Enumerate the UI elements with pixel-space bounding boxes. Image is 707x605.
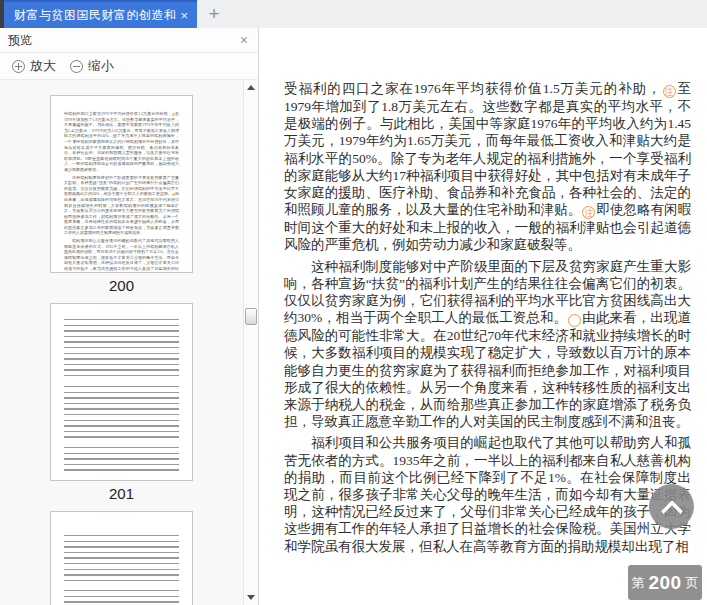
scroll-up-button[interactable] — [244, 80, 258, 95]
page-indicator-badge: 第 200 页 — [628, 565, 702, 600]
panel-close-icon[interactable]: × — [238, 33, 250, 47]
document-view: 受福利的四口之家在1976年平均获得价值1.5万美元的补助，注至1979年增加到… — [259, 28, 707, 605]
zoom-toolbar: 放大 缩小 — [0, 53, 258, 80]
page-thumbnail — [50, 511, 193, 605]
tab-title: 财富与贫困国民财富的创造和企业 — [14, 7, 177, 24]
paragraph-1: 受福利的四口之家在1976年平均获得价值1.5万美元的补助，注至1979年增加到… — [284, 80, 691, 254]
thumbnail-page-202[interactable] — [50, 511, 193, 605]
note-icon[interactable]: 注 — [568, 314, 581, 327]
arrow-down-icon — [247, 595, 255, 600]
chevron-up-icon — [660, 499, 683, 522]
zoom-in-button[interactable]: 放大 — [12, 57, 56, 75]
thumbnail-page-200[interactable]: 受福利的四口之家在1976年平均获得价值1.5万美元的补助，至1979年增加到了… — [50, 95, 193, 294]
scrollbar-thumb[interactable] — [245, 308, 257, 325]
paragraph-text: 福利项目和公共服务项目的崛起也取代了其他可以帮助穷人和孤苦无依者的方式。1935… — [284, 435, 691, 553]
preview-sidebar: 预览 × 放大 缩小 受福利的四口之家在1976年平均获得 — [0, 28, 259, 605]
page-number: 200 — [648, 572, 681, 594]
new-tab-button[interactable]: + — [197, 0, 231, 28]
zoom-out-label: 缩小 — [88, 57, 114, 75]
arrow-up-icon — [247, 85, 255, 90]
thumbnail-list: 受福利的四口之家在1976年平均获得价值1.5万美元的补助，至1979年增加到了… — [0, 80, 258, 605]
paragraph-text: 至1979年增加到了1.8万美元左右。这些数字都是真实的平均水平，不是极端的例子… — [284, 81, 691, 217]
zoom-in-icon — [12, 60, 25, 73]
zoom-out-icon — [70, 60, 83, 73]
scroll-to-top-button[interactable] — [649, 484, 694, 529]
page-indicator-suffix: 页 — [686, 574, 699, 592]
scroll-down-button[interactable] — [244, 590, 258, 605]
zoom-out-button[interactable]: 缩小 — [70, 57, 114, 75]
page-text: 受福利的四口之家在1976年平均获得价值1.5万美元的补助，注至1979年增加到… — [284, 80, 691, 555]
note-icon[interactable]: 注 — [663, 85, 676, 98]
tab-active[interactable]: 财富与贫困国民财富的创造和企业 × — [4, 0, 197, 28]
thumbnail-label: 200 — [50, 277, 193, 294]
paragraph-text: 由此来看，出现道德风险的可能性非常大。在20世纪70年代末经济和就业持续增长的时… — [284, 310, 691, 429]
preview-panel-header: 预览 × — [0, 28, 258, 53]
paragraph-3: 福利项目和公共服务项目的崛起也取代了其他可以帮助穷人和孤苦无依者的方式。1935… — [284, 434, 691, 554]
tab-close-icon[interactable]: × — [177, 9, 191, 22]
note-icon[interactable]: 注 — [582, 206, 595, 219]
paragraph-2: 这种福利制度能够对中产阶级里面的下层及贫穷家庭产生重大影响，各种宣扬“扶贫”的福… — [284, 258, 691, 431]
page-thumbnail — [50, 303, 193, 481]
thumbnail-label: 201 — [50, 485, 193, 502]
page-indicator-prefix: 第 — [631, 574, 644, 592]
thumbnail-page-201[interactable]: 201 — [50, 303, 193, 502]
zoom-in-label: 放大 — [30, 57, 56, 75]
paragraph-text: 受福利的四口之家在1976年平均获得价值1.5万美元的补助， — [284, 81, 662, 96]
sidebar-scrollbar[interactable] — [243, 80, 258, 605]
page-thumbnail: 受福利的四口之家在1976年平均获得价值1.5万美元的补助，至1979年增加到了… — [50, 95, 193, 273]
browser-tab-bar: 财富与贫困国民财富的创造和企业 × + — [0, 0, 707, 28]
panel-title: 预览 — [8, 32, 238, 49]
